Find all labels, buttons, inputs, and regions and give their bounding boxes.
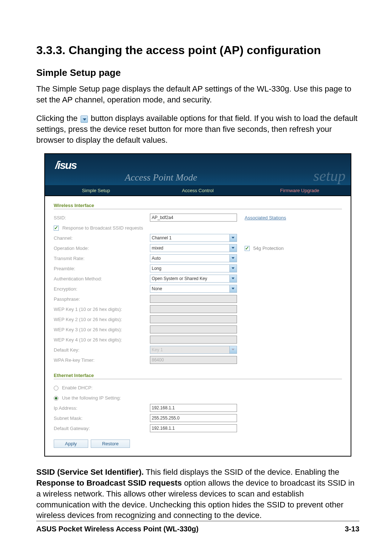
paragraph-1: The Simple Setup page displays the defau… bbox=[36, 84, 359, 105]
defkey-select[interactable]: Key 1 bbox=[150, 346, 237, 354]
enable-dhcp-radio[interactable] bbox=[54, 386, 58, 390]
section-heading: Changing the access point (AP) configura… bbox=[69, 44, 321, 57]
wep3-label: WEP Key 3 (10 or 26 hex digits): bbox=[54, 327, 150, 332]
broadcast-ssid-checkbox[interactable] bbox=[54, 226, 59, 231]
chevron-down-icon bbox=[229, 285, 237, 292]
chevron-down-icon bbox=[229, 234, 237, 242]
apply-button[interactable]: Apply bbox=[54, 439, 88, 448]
config-body: Wireless Interface SSID: Associated Stat… bbox=[45, 196, 351, 456]
auth-select[interactable]: Open System or Shared Key bbox=[150, 275, 237, 283]
header-subtitle: Access Point Mode bbox=[125, 172, 197, 183]
channel-select[interactable]: Channel 1 bbox=[150, 234, 237, 242]
channel-label: Channel: bbox=[54, 235, 150, 241]
passphrase-input[interactable] bbox=[150, 295, 237, 303]
gw-label: Default Gateway: bbox=[54, 426, 150, 431]
wep1-input[interactable] bbox=[150, 305, 237, 313]
chevron-down-icon bbox=[229, 265, 237, 272]
preamble-select[interactable]: Long bbox=[150, 264, 237, 272]
broadcast-ssid-label: Response to Broadcast SSID requests bbox=[62, 225, 143, 231]
txrate-select[interactable]: Auto bbox=[150, 254, 237, 262]
mask-label: Subnet Mask: bbox=[54, 416, 150, 421]
opmode-label: Operation Mode: bbox=[54, 246, 150, 251]
asus-logo: /isus bbox=[55, 159, 76, 171]
opmode-select[interactable]: mixed bbox=[150, 244, 237, 252]
enc-label: Encryption: bbox=[54, 286, 150, 292]
subheading: Simple Setup page bbox=[36, 67, 359, 78]
config-screenshot: /isus Access Point Mode setup Simple Set… bbox=[44, 153, 351, 457]
footer-page-number: 3-13 bbox=[345, 525, 359, 533]
54g-protection-label: 54g Protection bbox=[253, 246, 284, 251]
defkey-label: Default Key: bbox=[54, 347, 150, 353]
auth-label: Authentication Method: bbox=[54, 276, 150, 281]
tab-firmware-upgrade[interactable]: Firmware Upgrade bbox=[249, 186, 351, 195]
txrate-label: Transmit Rate: bbox=[54, 256, 150, 261]
chevron-down-icon bbox=[229, 346, 237, 353]
chevron-down-icon bbox=[229, 255, 237, 262]
section-title: 3.3.3. Changing the access point (AP) co… bbox=[36, 44, 359, 57]
section-number: 3.3.3. bbox=[36, 44, 65, 57]
ssid-explanation: SSID (Service Set Identifier). This fiel… bbox=[36, 467, 359, 520]
dropdown-icon bbox=[81, 116, 88, 123]
gw-input[interactable] bbox=[150, 424, 237, 432]
wireless-section-header: Wireless Interface bbox=[54, 200, 342, 209]
ssid-bold1: SSID (Service Set Identifier). bbox=[36, 467, 144, 477]
restore-button[interactable]: Restore bbox=[91, 439, 130, 448]
ssid-label: SSID: bbox=[54, 215, 150, 220]
wpa-input[interactable] bbox=[150, 356, 237, 364]
54g-protection-checkbox[interactable] bbox=[245, 246, 250, 251]
wep4-input[interactable] bbox=[150, 336, 237, 344]
ssid-bold2: Response to Broadcast SSID requests bbox=[36, 478, 182, 487]
tab-bar: Simple Setup Access Control Firmware Upg… bbox=[45, 185, 351, 196]
use-ip-radio[interactable] bbox=[54, 396, 58, 401]
tab-access-control[interactable]: Access Control bbox=[147, 186, 249, 195]
passphrase-label: Passphrase: bbox=[54, 296, 150, 302]
footer-product: ASUS Pocket Wireless Access Point (WL-33… bbox=[36, 525, 199, 533]
ip-label: Ip Address: bbox=[54, 405, 150, 411]
ip-input[interactable] bbox=[150, 404, 237, 412]
preamble-label: Preamble: bbox=[54, 266, 150, 271]
enable-dhcp-label: Enable DHCP: bbox=[62, 385, 93, 390]
ssid-input[interactable] bbox=[150, 214, 237, 222]
header-watermark: setup bbox=[313, 167, 346, 185]
wep1-label: WEP Key 1 (10 or 26 hex digits): bbox=[54, 307, 150, 312]
wpa-label: WPA Re-key Timer: bbox=[54, 357, 150, 363]
wep2-label: WEP Key 2 (10 or 26 hex digits): bbox=[54, 317, 150, 322]
wep3-input[interactable] bbox=[150, 325, 237, 333]
wep4-label: WEP Key 4 (10 or 26 hex digits): bbox=[54, 337, 150, 343]
page-footer: ASUS Pocket Wireless Access Point (WL-33… bbox=[36, 521, 359, 533]
ssid-t1: This field displays the SSID of the devi… bbox=[144, 467, 339, 477]
associated-stations-link[interactable]: Associated Stations bbox=[245, 215, 286, 220]
chevron-down-icon bbox=[229, 244, 237, 252]
paragraph-2: Clicking the button displays available o… bbox=[36, 113, 359, 145]
chevron-down-icon bbox=[229, 275, 237, 282]
screenshot-header: /isus Access Point Mode setup bbox=[45, 154, 351, 185]
mask-input[interactable] bbox=[150, 414, 237, 422]
wep2-input[interactable] bbox=[150, 315, 237, 323]
use-ip-label: Use the following IP Setting: bbox=[62, 395, 121, 401]
p2-text-a: Clicking the bbox=[36, 114, 80, 123]
ethernet-section-header: Ethernet Interface bbox=[54, 370, 342, 379]
tab-simple-setup[interactable]: Simple Setup bbox=[45, 186, 147, 195]
enc-select[interactable]: None bbox=[150, 285, 237, 293]
